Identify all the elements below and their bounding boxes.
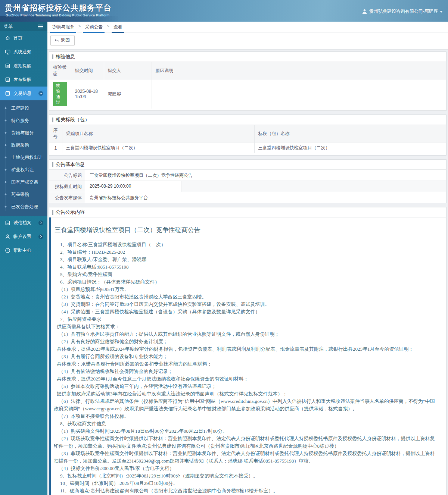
info-row: 公告发布媒体 贵州省招标投标公共服务平台 xyxy=(49,192,446,203)
breadcrumb-item-view[interactable]: 查看 xyxy=(113,24,123,33)
sidebar-subitem[interactable]: 特色服务 xyxy=(0,115,47,127)
sidebar-subitem[interactable]: 国有产权交易 xyxy=(0,176,47,188)
content-area: 核验信息 核验状态 提交时间 提交人 原因说明 核验通过 xyxy=(47,50,448,495)
list-icon xyxy=(5,220,10,226)
table-row: 1 三食堂四楼增设快检室项目（二次） 三食堂四楼增设快检室项目（二次） xyxy=(49,142,446,154)
basic-info-panel: 公告基本信息 公告标题 三食堂四楼增设快检室项目（二次）竞争性磋商公告 投标截止… xyxy=(49,159,447,203)
info-label: 投标截止时间 xyxy=(49,181,85,192)
sidebar-item-label: 逾期提醒 xyxy=(13,63,31,69)
content-paragraph: 4、项目联系电话:0851-85755198 xyxy=(54,263,439,271)
info-label: 公告发布媒体 xyxy=(49,192,85,203)
content-paragraph: 具体要求：承诺具备履行合同所必需的设备和专业技术能力的证明材料； xyxy=(54,360,439,368)
content-paragraph: 3、项目联系人:宋金委、郭广荣、潘晓娜 xyxy=(54,256,439,263)
chevron-down-icon[interactable] xyxy=(38,91,43,96)
chevron-right-icon[interactable] xyxy=(38,234,43,239)
breadcrumb-item-goods-services[interactable]: 货物与服务 xyxy=(51,24,75,33)
content-paragraph: 8、获取磋商文件信息 xyxy=(54,420,439,427)
chevron-right-icon[interactable] xyxy=(38,220,43,225)
publish-media-value: 贵州省招标投标公共服务平台 xyxy=(85,192,148,203)
sidebar: 菜单 首页 系统通知 逾期提醒 xyxy=(0,22,47,495)
sidebar-item-credit-files[interactable]: 诚信档案 xyxy=(0,216,47,230)
announcement-content-panel: 公告公示内容 三食堂四楼增设快检室项目（二次）竞争性磋商公告 1、项目名称:三食… xyxy=(49,207,447,495)
sidebar-subitem[interactable]: 工程建设 xyxy=(0,102,47,115)
verification-table: 核验状态 提交时间 提交人 原因说明 核验通过 2025-08-18 15:04… xyxy=(49,62,446,109)
section-title: 核验信息 xyxy=(56,53,75,60)
question-icon: ? xyxy=(5,248,10,253)
content-paragraph: （1）项目总预算:约6.9541万元。 xyxy=(54,286,439,293)
sidebar-item-publish-reminder[interactable]: 发布提醒 xyxy=(0,73,47,87)
sidebar-subitem[interactable]: 土地使用权出让 xyxy=(0,151,47,164)
sidebar-item-home[interactable]: 首页 xyxy=(0,31,47,45)
sidebar-item-trade-info[interactable]: 交易信息 xyxy=(0,87,47,100)
sidebar-subitem[interactable]: 政府采购 xyxy=(0,139,47,151)
back-icon xyxy=(54,38,59,43)
section-marker xyxy=(52,118,53,122)
content-paragraph: （3）具有履行合同所必须的设备和专业技术能力； xyxy=(54,353,439,360)
sidebar-item-help-center[interactable]: ? 帮助中心 xyxy=(0,244,47,257)
seq-cell: 1 xyxy=(49,142,62,154)
user-menu[interactable]: 贵州弘典建设咨询有限公司-邓廷容 xyxy=(362,8,443,15)
column-header: 核验状态 xyxy=(49,62,71,79)
section-title: 公告基本信息 xyxy=(56,161,85,168)
section-marker xyxy=(52,210,53,215)
info-label: 公告标题 xyxy=(49,170,85,181)
content-paragraph: 6、采购项目情况：（具体要求详见磋商文件） xyxy=(54,278,439,286)
verification-panel: 核验信息 核验状态 提交时间 提交人 原因说明 核验通过 xyxy=(49,51,447,111)
announcement-title: 三食堂四楼增设快检室项目（二次）竞争性磋商公告 xyxy=(54,226,439,234)
section-header: 公告基本信息 xyxy=(49,160,446,170)
hamburger-icon[interactable] xyxy=(38,26,43,27)
section-header: 相关标段（包） xyxy=(49,115,446,125)
content-paragraph: 具体要求，提供2025年1月至今任意三个月依法缴纳税收和社会保障资金的有效证明材… xyxy=(54,375,439,383)
deadline-value: 2025-08-29 10:00:00 xyxy=(85,181,181,192)
content-paragraph: （2）具有良好的商业信誉和健全的财务会计制度； xyxy=(54,338,439,345)
breadcrumb-separator: > xyxy=(107,24,109,28)
breadcrumb-item-procurement-notice[interactable]: 采购公告 xyxy=(84,24,103,33)
app-title: 贵州省招标投标公共服务平台 xyxy=(5,3,112,13)
column-header: 标段（包）名称 xyxy=(254,125,446,142)
announcement-body: 三食堂四楼增设快检室项目（二次）竞争性磋商公告 1、项目名称:三食堂四楼增设快检… xyxy=(49,217,446,495)
user-name: 贵州弘典建设咨询有限公司-邓廷容 xyxy=(369,8,438,15)
project-name-cell: 三食堂四楼增设快检室项目（二次） xyxy=(62,142,254,154)
user-icon xyxy=(362,9,367,14)
document-icon xyxy=(5,77,10,82)
sidebar-subitem[interactable]: 矿业权出让 xyxy=(0,164,47,176)
back-button[interactable]: 返回 xyxy=(50,35,75,46)
content-paragraph: （2）交货地点：贵州省贵阳市花溪区贵州财经大学西区三食堂四楼。 xyxy=(54,293,439,301)
sidebar-item-overdue-reminder[interactable]: 逾期提醒 xyxy=(0,59,47,73)
content-paragraph: （1）购买磋商文件时间:2025年08月18日09时00分至2025年08月22… xyxy=(54,427,439,435)
content-paragraph: 具体要求，提供2023年度或2024年度经审计的财务报告，包括资产负债表、利润表… xyxy=(54,345,439,353)
content-paragraph: （4）采购范围：三食堂四楼快检实验室搭建（含设备）采购（具体参数及数量详见采购文… xyxy=(54,308,439,316)
person-icon xyxy=(5,234,10,239)
document-icon xyxy=(5,91,10,96)
info-row: 公告标题 三食堂四楼增设快检室项目（二次）竞争性磋商公告 xyxy=(49,170,446,181)
submitter-cell: 邓廷容 xyxy=(104,79,152,109)
monitor-icon xyxy=(5,49,10,55)
sidebar-item-label: 发布提醒 xyxy=(13,76,31,83)
column-header: 原因说明 xyxy=(152,62,446,79)
sidebar-submenu: 工程建设特色服务货物与服务政府采购土地使用权出让矿业权出让国有产权交易药品采购已… xyxy=(0,100,47,216)
sidebar-item-label: 帮助中心 xyxy=(13,247,31,254)
status-badge: 核验通过 xyxy=(53,82,67,106)
section-header: 公告公示内容 xyxy=(49,207,446,217)
announcement-paragraphs: 1、项目名称:三食堂四楼增设快检室项目（二次）2、项目编号：HDZB-2025-… xyxy=(54,241,439,495)
sidebar-nav: 首页 系统通知 逾期提醒 发布提醒 xyxy=(0,31,47,257)
sidebar-item-account-settings[interactable]: 帐户设置 xyxy=(0,230,47,244)
content-paragraph: （4）投标文件售价:300.00元人民币/家（含电子文档） xyxy=(54,465,439,472)
back-label: 返回 xyxy=(61,37,70,44)
home-icon xyxy=(5,35,10,41)
table-row: 核验通过 2025-08-18 15:04 邓廷容 xyxy=(49,79,446,109)
main-content: 货物与服务 > 采购公告 > 查看 返回 核验信息 xyxy=(47,22,448,495)
sidebar-item-label: 首页 xyxy=(13,35,22,41)
menu-label: 菜单 xyxy=(4,24,13,30)
related-sections-panel: 相关标段（包） 序号 采购项目名称 标段（包）名称 1 三食堂四楼增设快检室项目 xyxy=(49,115,447,156)
section-title: 相关标段（包） xyxy=(56,116,90,123)
content-paragraph: （3）交货期限：在合同签订后30个日历天内交货并完成快检实验室搭建，设备安装、调… xyxy=(54,301,439,308)
content-paragraph: 11、磋商地点:贵州弘典建设咨询有限公司（贵阳市北京西路世纪金源购中心商务楼B栋… xyxy=(54,487,439,495)
content-paragraph: （4）具有依法缴纳税收和社会保障资金的良好记录； xyxy=(54,368,439,375)
sidebar-subitem[interactable]: 已发公告处理 xyxy=(0,201,47,213)
sidebar-landscape-image xyxy=(0,480,47,495)
sidebar-item-notifications[interactable]: 系统通知 xyxy=(0,45,47,59)
sidebar-subitem[interactable]: 药品采购 xyxy=(0,188,47,201)
sidebar-subitem[interactable]: 货物与服务 xyxy=(0,127,47,139)
sidebar-item-label: 诚信档案 xyxy=(13,220,31,226)
